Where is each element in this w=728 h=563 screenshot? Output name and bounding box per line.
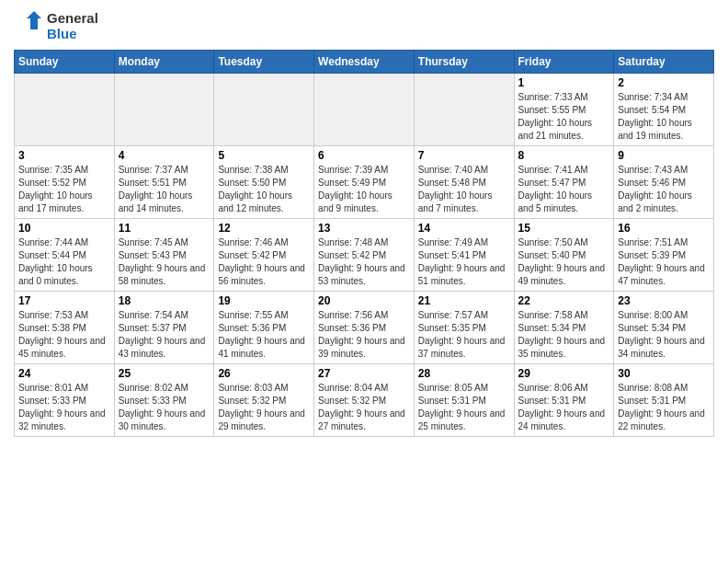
- day-info: Sunrise: 7:34 AM Sunset: 5:54 PM Dayligh…: [618, 91, 710, 143]
- day-cell: 21Sunrise: 7:57 AM Sunset: 5:35 PM Dayli…: [414, 292, 514, 364]
- day-info: Sunrise: 7:43 AM Sunset: 5:46 PM Dayligh…: [618, 164, 710, 215]
- calendar-week-row: 1Sunrise: 7:33 AM Sunset: 5:55 PM Daylig…: [15, 74, 714, 146]
- empty-cell: [214, 74, 314, 146]
- day-cell: 20Sunrise: 7:56 AM Sunset: 5:36 PM Dayli…: [314, 292, 415, 364]
- day-number: 20: [318, 294, 410, 307]
- day-info: Sunrise: 7:44 AM Sunset: 5:44 PM Dayligh…: [18, 236, 110, 288]
- day-info: Sunrise: 7:40 AM Sunset: 5:48 PM Dayligh…: [418, 164, 510, 215]
- day-cell: 5Sunrise: 7:38 AM Sunset: 5:50 PM Daylig…: [214, 146, 314, 219]
- day-number: 15: [518, 222, 610, 235]
- day-info: Sunrise: 8:04 AM Sunset: 5:32 PM Dayligh…: [318, 382, 410, 433]
- day-info: Sunrise: 7:53 AM Sunset: 5:38 PM Dayligh…: [18, 309, 110, 361]
- calendar-week-row: 17Sunrise: 7:53 AM Sunset: 5:38 PM Dayli…: [15, 292, 714, 364]
- day-cell: 25Sunrise: 8:02 AM Sunset: 5:33 PM Dayli…: [114, 364, 214, 437]
- day-info: Sunrise: 7:41 AM Sunset: 5:47 PM Dayligh…: [518, 164, 610, 215]
- day-info: Sunrise: 8:02 AM Sunset: 5:33 PM Dayligh…: [119, 382, 210, 433]
- weekday-header: Wednesday: [314, 51, 415, 74]
- day-info: Sunrise: 7:46 AM Sunset: 5:42 PM Dayligh…: [218, 236, 310, 288]
- day-info: Sunrise: 7:48 AM Sunset: 5:42 PM Dayligh…: [318, 236, 410, 288]
- day-number: 3: [18, 149, 110, 162]
- day-info: Sunrise: 7:38 AM Sunset: 5:50 PM Dayligh…: [218, 164, 310, 215]
- day-cell: 8Sunrise: 7:41 AM Sunset: 5:47 PM Daylig…: [514, 146, 614, 219]
- calendar-week-row: 3Sunrise: 7:35 AM Sunset: 5:52 PM Daylig…: [15, 146, 714, 219]
- day-number: 23: [618, 294, 710, 307]
- day-number: 25: [119, 367, 210, 380]
- day-info: Sunrise: 7:39 AM Sunset: 5:49 PM Dayligh…: [318, 164, 410, 215]
- day-info: Sunrise: 7:35 AM Sunset: 5:52 PM Dayligh…: [18, 164, 110, 215]
- day-cell: 6Sunrise: 7:39 AM Sunset: 5:49 PM Daylig…: [314, 146, 415, 219]
- logo-blue: Blue: [47, 26, 98, 41]
- day-number: 10: [18, 222, 110, 235]
- day-cell: 4Sunrise: 7:37 AM Sunset: 5:51 PM Daylig…: [114, 146, 214, 219]
- empty-cell: [414, 74, 514, 146]
- weekday-header: Friday: [514, 51, 614, 74]
- weekday-header: Saturday: [614, 51, 714, 74]
- day-info: Sunrise: 8:00 AM Sunset: 5:34 PM Dayligh…: [618, 309, 710, 361]
- day-number: 11: [119, 222, 210, 235]
- calendar-week-row: 24Sunrise: 8:01 AM Sunset: 5:33 PM Dayli…: [15, 364, 714, 437]
- day-number: 22: [518, 294, 610, 307]
- day-info: Sunrise: 7:51 AM Sunset: 5:39 PM Dayligh…: [618, 236, 710, 288]
- day-number: 9: [618, 149, 710, 162]
- day-number: 2: [618, 76, 710, 89]
- day-cell: 11Sunrise: 7:45 AM Sunset: 5:43 PM Dayli…: [114, 219, 214, 292]
- day-number: 29: [518, 367, 610, 380]
- day-info: Sunrise: 8:05 AM Sunset: 5:31 PM Dayligh…: [418, 382, 510, 433]
- day-cell: 30Sunrise: 8:08 AM Sunset: 5:31 PM Dayli…: [614, 364, 714, 437]
- day-number: 5: [218, 149, 310, 162]
- day-info: Sunrise: 7:58 AM Sunset: 5:34 PM Dayligh…: [518, 309, 610, 361]
- day-cell: 29Sunrise: 8:06 AM Sunset: 5:31 PM Dayli…: [514, 364, 614, 437]
- day-info: Sunrise: 7:49 AM Sunset: 5:41 PM Dayligh…: [418, 236, 510, 288]
- day-info: Sunrise: 8:03 AM Sunset: 5:32 PM Dayligh…: [218, 382, 310, 433]
- day-info: Sunrise: 7:57 AM Sunset: 5:35 PM Dayligh…: [418, 309, 510, 361]
- day-info: Sunrise: 7:37 AM Sunset: 5:51 PM Dayligh…: [119, 164, 210, 215]
- day-number: 4: [119, 149, 210, 162]
- empty-cell: [114, 74, 214, 146]
- day-info: Sunrise: 7:33 AM Sunset: 5:55 PM Dayligh…: [518, 91, 610, 143]
- day-number: 18: [119, 294, 210, 307]
- empty-cell: [314, 74, 415, 146]
- day-info: Sunrise: 7:45 AM Sunset: 5:43 PM Dayligh…: [119, 236, 210, 288]
- day-number: 30: [618, 367, 710, 380]
- day-number: 17: [18, 294, 110, 307]
- day-number: 8: [518, 149, 610, 162]
- day-number: 12: [218, 222, 310, 235]
- day-cell: 7Sunrise: 7:40 AM Sunset: 5:48 PM Daylig…: [414, 146, 514, 219]
- day-info: Sunrise: 7:50 AM Sunset: 5:40 PM Dayligh…: [518, 236, 610, 288]
- day-info: Sunrise: 8:06 AM Sunset: 5:31 PM Dayligh…: [518, 382, 610, 433]
- day-number: 21: [418, 294, 510, 307]
- day-cell: 18Sunrise: 7:54 AM Sunset: 5:37 PM Dayli…: [114, 292, 214, 364]
- day-cell: 9Sunrise: 7:43 AM Sunset: 5:46 PM Daylig…: [614, 146, 714, 219]
- header: General Blue: [14, 9, 714, 42]
- weekday-header: Sunday: [15, 51, 115, 74]
- calendar: SundayMondayTuesdayWednesdayThursdayFrid…: [14, 50, 714, 437]
- day-number: 28: [418, 367, 510, 380]
- logo-general: General: [47, 10, 98, 26]
- day-info: Sunrise: 7:56 AM Sunset: 5:36 PM Dayligh…: [318, 309, 410, 361]
- day-number: 26: [218, 367, 310, 380]
- day-info: Sunrise: 8:08 AM Sunset: 5:31 PM Dayligh…: [618, 382, 710, 433]
- weekday-header: Monday: [114, 51, 214, 74]
- day-number: 1: [518, 76, 610, 89]
- day-cell: 2Sunrise: 7:34 AM Sunset: 5:54 PM Daylig…: [614, 74, 714, 146]
- day-cell: 1Sunrise: 7:33 AM Sunset: 5:55 PM Daylig…: [514, 74, 614, 146]
- day-cell: 27Sunrise: 8:04 AM Sunset: 5:32 PM Dayli…: [314, 364, 415, 437]
- logo: General Blue: [14, 9, 98, 42]
- weekday-header: Thursday: [414, 51, 514, 74]
- day-cell: 15Sunrise: 7:50 AM Sunset: 5:40 PM Dayli…: [514, 219, 614, 292]
- day-number: 13: [318, 222, 410, 235]
- empty-cell: [15, 74, 115, 146]
- day-number: 6: [318, 149, 410, 162]
- day-cell: 12Sunrise: 7:46 AM Sunset: 5:42 PM Dayli…: [214, 219, 314, 292]
- calendar-week-row: 10Sunrise: 7:44 AM Sunset: 5:44 PM Dayli…: [15, 219, 714, 292]
- day-cell: 17Sunrise: 7:53 AM Sunset: 5:38 PM Dayli…: [15, 292, 115, 364]
- calendar-header-row: SundayMondayTuesdayWednesdayThursdayFrid…: [15, 51, 714, 74]
- day-cell: 3Sunrise: 7:35 AM Sunset: 5:52 PM Daylig…: [15, 146, 115, 219]
- day-number: 7: [418, 149, 510, 162]
- day-cell: 28Sunrise: 8:05 AM Sunset: 5:31 PM Dayli…: [414, 364, 514, 437]
- day-number: 16: [618, 222, 710, 235]
- day-cell: 19Sunrise: 7:55 AM Sunset: 5:36 PM Dayli…: [214, 292, 314, 364]
- day-cell: 23Sunrise: 8:00 AM Sunset: 5:34 PM Dayli…: [614, 292, 714, 364]
- logo-svg: [14, 9, 43, 42]
- day-cell: 13Sunrise: 7:48 AM Sunset: 5:42 PM Dayli…: [314, 219, 415, 292]
